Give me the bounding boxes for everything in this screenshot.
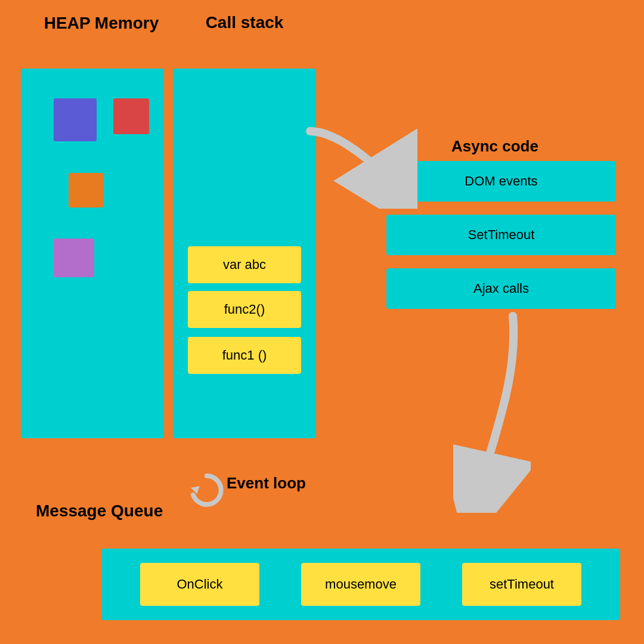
heap-sq-red (113, 98, 149, 134)
heap-sq-orange (69, 173, 103, 208)
async-box-dom: DOM events (386, 161, 616, 202)
heap-sq-blue (54, 98, 97, 141)
event-loop-label: Event loop (227, 474, 306, 493)
stack-item-func1: func1 () (188, 337, 301, 374)
stack-item-func2: func2() (188, 291, 301, 328)
callstack-label: Call stack (173, 13, 316, 32)
heap-label: HEAP Memory (36, 13, 167, 33)
callstack-box: var abc func2() func1 () (173, 69, 316, 438)
arrow-async-to-queue (453, 310, 531, 513)
heap-sq-purple (54, 239, 94, 277)
message-queue-label: Message Queue (36, 501, 163, 521)
queue-item-mousemove: mousemove (301, 563, 420, 606)
queue-item-onclick: OnClick (140, 563, 259, 606)
async-box-ajax: Ajax calls (386, 268, 616, 309)
queue-item-settimeout: setTimeout (462, 563, 581, 606)
message-queue-box: OnClick mousemove setTimeout (101, 549, 620, 620)
event-loop-icon (188, 471, 227, 517)
heap-box (21, 69, 164, 438)
stack-item-varAbc: var abc (188, 246, 301, 283)
arrow-callstack-to-async (292, 125, 417, 209)
async-box-settimeout: SetTimeout (386, 215, 616, 255)
